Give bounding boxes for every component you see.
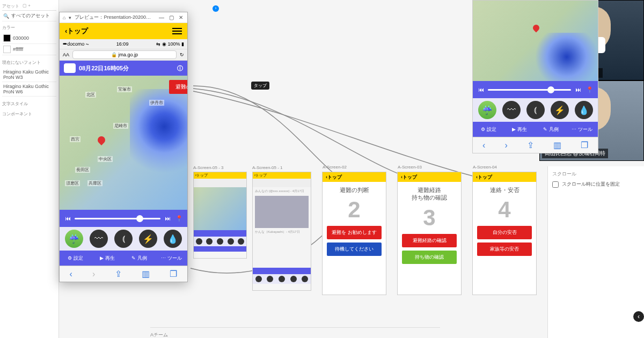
menu-play[interactable]: ▶再生 [504, 126, 535, 133]
map-timeline[interactable]: ⏮ ⏭ 📍 [60, 210, 187, 227]
jma-banner: 08月22日16時05分 ⓘ [60, 61, 187, 76]
minimize-icon[interactable]: — [158, 14, 165, 21]
fix-position-checkbox[interactable]: スクロール時に位置を固定 [552, 181, 640, 188]
slider-knob[interactable] [136, 215, 143, 222]
location-icon[interactable]: 📍 [585, 85, 595, 94]
share-icon[interactable]: ⇪ [527, 140, 534, 150]
skip-back-icon[interactable]: ⏮ [476, 85, 486, 94]
recommend-evac-button[interactable]: 避難を お勧めします [327, 226, 382, 239]
checkbox-label: スクロール時に位置を固定 [562, 181, 620, 188]
swatch-label: 030000 [13, 35, 29, 41]
drop-icon[interactable]: 💧 [575, 101, 593, 119]
map-timeline[interactable]: ⏮ ⏭ 📍 [473, 81, 598, 98]
wind-icon[interactable]: 〰 [502, 101, 521, 119]
tabs-icon[interactable]: ❐ [170, 269, 177, 279]
route-check-button[interactable]: 避難経路の確認 [402, 234, 457, 247]
swatch-icon [3, 46, 11, 53]
fwd-icon[interactable]: › [92, 269, 95, 279]
play-icon: ▶ [512, 127, 516, 132]
colors-heading: カラー [2, 25, 56, 31]
items-check-button[interactable]: 持ち物の確認 [402, 251, 457, 264]
city-label: 伊丹市 [149, 100, 164, 106]
drop-icon[interactable]: 💧 [164, 230, 182, 248]
carrier-label: ••••• docomo ⏦ [63, 41, 89, 47]
reload-icon[interactable]: ↻ [180, 52, 184, 57]
maximize-icon[interactable]: ▢ [168, 14, 174, 21]
share-icon[interactable]: ⇪ [115, 269, 122, 279]
timeline-slider[interactable] [488, 89, 571, 91]
menu-settings[interactable]: ⚙設定 [473, 126, 504, 133]
aa-icon[interactable]: AA [63, 52, 69, 57]
menu-play[interactable]: ▶再生 [92, 255, 124, 262]
tabs-icon[interactable]: ❐ [581, 140, 588, 150]
back-button[interactable]: ‹トップ [65, 26, 88, 36]
book-icon[interactable]: ▥ [142, 269, 150, 279]
search-icon: 🔍 [3, 13, 9, 19]
checkbox-input[interactable] [552, 181, 559, 188]
wave-icon[interactable]: ⦅ [526, 101, 545, 119]
font-item-1[interactable]: Hiragino Kaku Gothic ProN W6 [2, 82, 56, 97]
app-header: ‹トップ [60, 23, 187, 39]
close-icon[interactable]: ✕ [178, 14, 184, 21]
artboard-screen-02[interactable]: A-Screen-02 ‹トップ 避難の判断 2 避難を お勧めします 待機して… [322, 172, 386, 295]
assets-search[interactable]: 🔍 すべてのアセット [2, 11, 56, 21]
collapse-panel-icon[interactable]: ‹ [633, 311, 644, 322]
artboard-sm-2[interactable]: A-Screen-05 - 1 ‹トップ みんなの (@xxx.xxxxxx) … [252, 172, 311, 291]
thunder-icon[interactable]: ⚡ [551, 101, 569, 119]
tab-plus[interactable]: ▢ + [23, 3, 31, 9]
chevron-down-icon[interactable]: ▾ [69, 15, 71, 20]
artboard-sm-1[interactable]: A-Screen-05 - 3 ‹トップ [193, 172, 247, 259]
city-label: 西宮 [70, 136, 80, 142]
map-artboard-large[interactable]: ⏮ ⏭ 📍 ☔ 〰 ⦅ ⚡ 💧 ⚙設定 ▶再生 ✎凡例 ⋯ツール ‹ › ⇪ ▥… [472, 0, 598, 153]
back-icon[interactable]: ‹ [70, 269, 72, 279]
swatch-label: #ffffff [13, 47, 23, 52]
skip-back-icon[interactable]: ⏮ [63, 214, 72, 223]
city-label: 中央区 [98, 156, 113, 162]
wind-icon[interactable]: 〰 [90, 230, 108, 248]
team-label: Aチーム [150, 332, 168, 338]
skip-fwd-icon[interactable]: ⏭ [573, 85, 583, 94]
fwd-icon[interactable]: › [504, 141, 507, 150]
info-icon[interactable]: ⓘ [177, 64, 183, 72]
skip-fwd-icon[interactable]: ⏭ [163, 214, 172, 223]
flow-start-handle[interactable]: › [213, 5, 219, 12]
step-number: 3 [423, 205, 435, 231]
artboard-screen-03[interactable]: A-Screen-03 ‹トップ 避難経路 持ち物の確認 3 避難経路の確認 持… [397, 172, 462, 295]
back-icon[interactable]: ‹ [482, 141, 485, 150]
menu-settings[interactable]: ⚙設定 [60, 255, 92, 262]
menu-tools[interactable]: ⋯ツール [567, 126, 598, 133]
menu-tools[interactable]: ⋯ツール [156, 255, 188, 262]
evac-judge-button[interactable]: 避難の判断 [169, 80, 187, 94]
rain-icon[interactable]: ☔ [65, 230, 83, 248]
family-safety-button[interactable]: 家族等の安否 [477, 243, 532, 256]
browser-urlbar[interactable]: AA 🔒 jma.go.jp ↻ [60, 49, 187, 61]
location-icon[interactable]: 📍 [174, 214, 184, 223]
artboard-screen-04[interactable]: A-Screen-04 ‹トップ 連絡・安否 4 自分の安否 家族等の安否 [472, 172, 537, 295]
timeline-slider[interactable] [75, 218, 160, 219]
hamburger-icon[interactable] [172, 28, 182, 34]
url-field[interactable]: 🔒 jma.go.jp [72, 50, 177, 59]
standby-button[interactable]: 待機してください [327, 243, 382, 256]
tab-assets[interactable]: アセット [2, 3, 19, 9]
thunder-icon[interactable]: ⚡ [139, 230, 157, 248]
self-safety-button[interactable]: 自分の安否 [477, 226, 532, 239]
home-icon[interactable]: ⌂ [63, 15, 65, 20]
layer-icons: ☔ 〰 ⦅ ⚡ 💧 [60, 227, 187, 251]
map-menu: ⚙設定 ▶再生 ✎凡例 ⋯ツール [473, 122, 598, 137]
menu-legend[interactable]: ✎凡例 [123, 255, 156, 262]
color-swatch-0[interactable]: 030000 [2, 33, 56, 44]
layer-icons: ☔ 〰 ⦅ ⚡ 💧 [473, 98, 598, 122]
wave-icon[interactable]: ⦅ [114, 230, 133, 248]
font-item-0[interactable]: Hiragino Kaku Gothic ProN W3 [2, 68, 56, 82]
book-icon[interactable]: ▥ [553, 140, 561, 150]
slider-knob[interactable] [547, 86, 554, 93]
preview-window[interactable]: ⌂ ▾ プレビュー：Presentation-20200… — ▢ ✕ ‹トップ… [59, 12, 188, 282]
artboard-label: A-Screen-04 [473, 165, 497, 170]
menu-legend[interactable]: ✎凡例 [536, 126, 567, 133]
dots-icon: ⋯ [572, 127, 576, 132]
weather-map[interactable]: 北区 宝塚市 伊丹市 尼崎市 西宮 中央区 長田区 須磨区 兵庫区 避難の判断 [60, 76, 187, 210]
rain-icon[interactable]: ☔ [478, 101, 496, 119]
step-number: 4 [498, 197, 510, 223]
window-titlebar[interactable]: ⌂ ▾ プレビュー：Presentation-20200… — ▢ ✕ [60, 12, 187, 23]
color-swatch-1[interactable]: #ffffff [2, 44, 56, 55]
